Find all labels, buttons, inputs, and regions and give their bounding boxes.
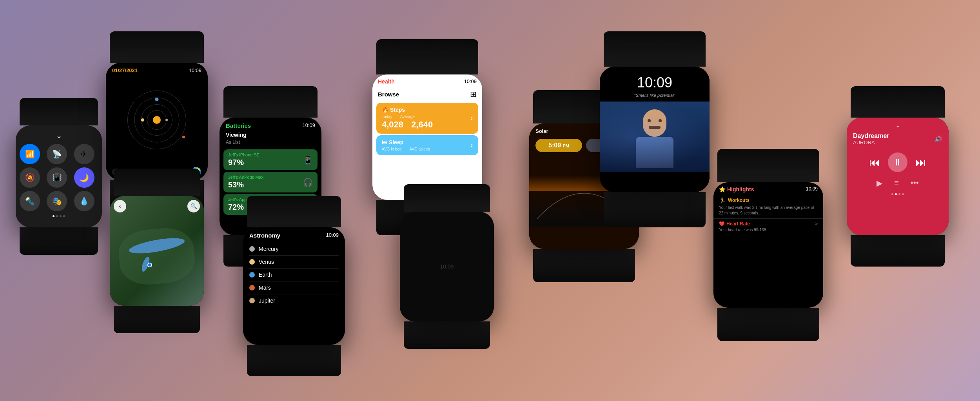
watch-highlights: ⭐ Highlights 10:09 🏃 Workouts Your last … (713, 149, 823, 341)
battery-item-iphone: Jeff's iPhone SE 97% 📱 (223, 149, 318, 170)
band-bottom-8 (533, 249, 635, 282)
wifi-icon: 📶 (25, 149, 35, 159)
band-bottom-9 (604, 192, 706, 227)
cc-flashlight-btn[interactable]: 🔦 (20, 191, 40, 211)
astronomy-screen: Astronomy 10:09 Mercury Venus (243, 227, 345, 345)
band-bottom-10 (717, 308, 819, 341)
music-more-button[interactable]: ••• (911, 178, 919, 188)
browse-label: Browse (378, 91, 399, 98)
music-pause-button[interactable]: ⏸ (888, 152, 907, 172)
heart-icon: ❤️ (719, 221, 725, 227)
today-value: 4,028 (382, 120, 403, 130)
cc-dnd-btn[interactable]: 🌙 (74, 167, 94, 188)
heart-rate-title: ❤️ Heart Rate (719, 221, 750, 227)
cc-airplane-btn[interactable]: ✈ (74, 144, 94, 164)
volume-icon[interactable]: 🔊 (935, 135, 942, 143)
portrait-image-area (600, 102, 710, 172)
map-controls: ‹ 🔍 (114, 200, 200, 212)
watch-music: ⌄ Daydreamer AURORA 🔊 ⏮ ⏸ (847, 86, 949, 267)
batteries-title: Batteries (226, 122, 251, 129)
band-bottom-1 (20, 227, 98, 255)
health-title: Health (378, 78, 395, 85)
cc-silent-btn[interactable]: 🔕 (20, 167, 40, 188)
heart-rate-title-row: ❤️ Heart Rate > (719, 221, 818, 227)
solar-viz (106, 76, 208, 164)
workouts-title-row: 🏃 Workouts (719, 197, 818, 203)
iphone-name: Jeff's iPhone SE (228, 152, 260, 157)
earth-name: Earth (259, 272, 272, 278)
band-top-7 (404, 184, 490, 212)
workouts-section: 🏃 Workouts Your last walk was 2.1 mi lon… (713, 195, 823, 219)
cc-dot-4 (63, 215, 65, 217)
highlights-title: ⭐ Highlights (719, 186, 754, 192)
music-controls: ⏮ ⏸ ⏭ (847, 149, 949, 176)
music-airplay-button[interactable]: ▶ (877, 178, 882, 188)
map-location-dot (147, 263, 152, 267)
map-back-button[interactable]: ‹ (114, 200, 126, 212)
watch-astronomy: Astronomy 10:09 Mercury Venus (243, 196, 345, 376)
astro-item-venus: Venus (249, 256, 339, 269)
astronomy-list: Mercury Venus Earth Mars (243, 241, 345, 308)
band-top-6 (376, 39, 478, 74)
water-icon: 💧 (79, 196, 89, 206)
bell-slash-icon: 🔕 (25, 173, 35, 182)
watch-screen-6: Health 10:09 Browse ⊞ 🔥 Steps (372, 74, 482, 200)
music-title-area: Daydreamer AURORA 🔊 (847, 129, 949, 149)
cc-vibrate-btn[interactable]: 📳 (47, 167, 67, 188)
health-time: 10:09 (464, 78, 477, 85)
portrait-screen: 10:09 "Smells like potential" (600, 67, 710, 192)
band-top-1 (20, 98, 98, 125)
cc-wifi-btn[interactable]: 📶 (20, 144, 40, 164)
watches-container: ⌄ 📶 📡 ✈ 🔕 📳 🌙 🔦 🎭 💧 (0, 0, 980, 401)
map-search-button[interactable]: 🔍 (187, 200, 200, 212)
dark-screen: 10:09 (400, 212, 494, 321)
jupiter-name: Jupiter (259, 298, 275, 304)
cc-water-btn[interactable]: 💧 (74, 191, 94, 211)
band-bottom-5 (247, 345, 341, 376)
mercury-dot (249, 246, 255, 252)
cc-theater-btn[interactable]: 🎭 (47, 191, 67, 211)
workouts-label: Workouts (728, 198, 750, 203)
batteries-subtitle: Viewing As List (220, 131, 321, 148)
music-dot-2 (895, 193, 897, 195)
grid-icon: ⊞ (470, 89, 477, 99)
health-browse: Browse ⊞ (372, 87, 482, 101)
highlights-header: ⭐ Highlights 10:09 (713, 182, 823, 195)
flame-icon: 🔥 (382, 107, 388, 113)
music-next-button[interactable]: ⏭ (915, 156, 926, 169)
activity-icon: 🏃 (719, 197, 726, 203)
watch-screen-9: 10:09 "Smells like potential" (600, 67, 710, 192)
music-artist: AURORA (853, 140, 889, 145)
music-prev-button[interactable]: ⏮ (869, 156, 880, 169)
astro-item-jupiter: Jupiter (249, 294, 339, 307)
sleep-arrow-icon: › (470, 141, 473, 149)
watch-map: ‹ 🔍 (110, 169, 204, 333)
portrait-light-effect (600, 102, 710, 172)
astro-item-mars: Mars (249, 281, 339, 294)
music-dot-4 (902, 193, 904, 195)
earth-planet (155, 98, 159, 101)
band-bottom-3 (114, 306, 200, 333)
mercury-planet (165, 119, 168, 121)
solar-face-title: Solar (535, 128, 548, 134)
steps-arrow-icon: › (470, 114, 473, 122)
band-bottom-11 (851, 235, 945, 267)
music-list-button[interactable]: ≡ (894, 178, 899, 188)
cc-cellular-btn[interactable]: 📡 (47, 144, 67, 164)
cc-grid: 📶 📡 ✈ 🔕 📳 🌙 🔦 🎭 💧 (20, 144, 98, 211)
cc-dot-2 (56, 215, 58, 217)
watch-screen-11: ⌄ Daydreamer AURORA 🔊 ⏮ ⏸ (847, 118, 949, 235)
vibrate-icon: 📳 (52, 173, 62, 182)
watch-body-10: ⭐ Highlights 10:09 🏃 Workouts Your last … (713, 182, 823, 308)
batteries-header: Batteries 10:09 (220, 118, 321, 131)
pause-icon: ⏸ (893, 157, 902, 168)
heart-rate-arrow-icon: > (815, 221, 818, 227)
band-top-2 (110, 31, 204, 63)
solar-system-header: 01/27/2021 10:09 (106, 63, 208, 76)
viewing-label: Viewing (226, 132, 247, 138)
heart-rate-text: Your heart rate was 99-138 (719, 228, 818, 232)
venus-dot (249, 259, 255, 265)
solar-time-pill: 5:09 PM (535, 139, 582, 152)
battery-item-iphone-info: Jeff's iPhone SE 97% (228, 152, 260, 167)
band-top-4 (223, 86, 318, 118)
